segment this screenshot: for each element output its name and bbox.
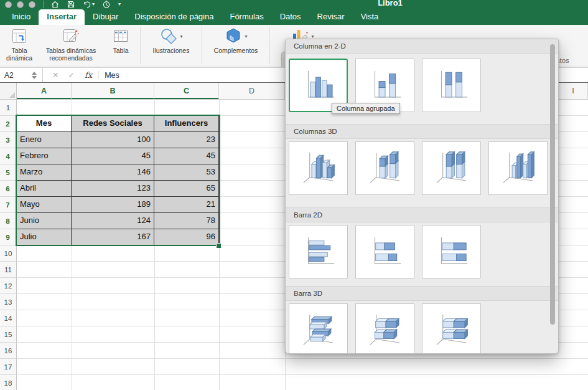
table-cell[interactable]: Enero	[17, 132, 72, 148]
table-cell[interactable]: 65	[154, 181, 219, 197]
ribbon-button-ilustraciones[interactable]: ▾Ilustraciones	[145, 26, 197, 54]
undo-icon[interactable]: ▾	[83, 1, 95, 8]
table-header-row: MesRedes SocialesInfluencers	[17, 116, 219, 132]
addins-icon: ▾	[224, 26, 247, 46]
row-header-11[interactable]: 11	[0, 262, 17, 278]
column-header-c[interactable]: C	[154, 83, 219, 100]
ribbon-button-tabla-dinamica[interactable]: Tabla dinámica	[2, 26, 36, 62]
chart-type-column-3d[interactable]	[488, 141, 548, 195]
tab-inicio[interactable]: Inicio	[4, 9, 39, 25]
insert-function-icon[interactable]: fx	[85, 70, 92, 80]
row-header-14[interactable]: 14	[0, 310, 17, 326]
table-cell[interactable]: Febrero	[17, 148, 72, 164]
chart-type-clustered-column-3d[interactable]	[289, 141, 348, 195]
tab-formulas[interactable]: Fórmulas	[222, 9, 271, 25]
table-cell[interactable]: 23	[154, 132, 219, 148]
ribbon-button-tablas-dinamicas-recomendadas[interactable]: Tablas dinámicas recomendadas	[39, 26, 103, 62]
zoom-button[interactable]	[29, 1, 35, 8]
ribbon-button-label: Tabla	[113, 47, 128, 54]
table-cell[interactable]: 21	[154, 197, 219, 213]
menu-tile-row	[289, 303, 481, 354]
save-icon[interactable]	[67, 1, 75, 8]
name-box[interactable]: A2	[0, 71, 39, 80]
table-cell[interactable]: Junio	[17, 213, 72, 229]
table-header-cell[interactable]: Influencers	[154, 116, 219, 132]
chart-type-stacked-100-bar[interactable]	[422, 225, 481, 278]
table-cell[interactable]: 100	[72, 132, 154, 148]
menu-section-columna-en-2-d: Columna en 2-D	[286, 39, 558, 54]
name-box-stepper[interactable]	[32, 72, 39, 79]
row-header-3[interactable]: 3	[0, 132, 17, 148]
tab-disposicion-de-pagina[interactable]: Disposición de página	[126, 9, 222, 25]
ribbon-button-tabla[interactable]: Tabla	[106, 26, 136, 54]
menu-scrollbar[interactable]	[550, 44, 555, 325]
column-header-a[interactable]: A	[17, 83, 72, 100]
column-header-i[interactable]: I	[559, 83, 588, 100]
row-header-17[interactable]: 17	[0, 359, 17, 375]
tab-insertar[interactable]: Insertar	[39, 9, 85, 25]
row-header-16[interactable]: 16	[0, 343, 17, 359]
chart-type-tooltip: Columna agrupada	[332, 103, 400, 114]
table-cell[interactable]: Mayo	[17, 197, 72, 213]
recommended-pivot-icon	[62, 26, 80, 46]
close-button[interactable]	[5, 1, 12, 8]
table-row: Abril12365	[17, 181, 219, 197]
table-cell[interactable]: 167	[72, 229, 154, 245]
chart-type-clustered-bar-3d[interactable]	[289, 303, 348, 354]
chart-type-stacked-bar-3d[interactable]	[355, 303, 414, 354]
tab-vista[interactable]: Vista	[353, 9, 387, 25]
table-header-cell[interactable]: Redes Sociales	[72, 116, 154, 132]
table-cell[interactable]: 123	[72, 181, 154, 197]
row-header-13[interactable]: 13	[0, 294, 17, 310]
chart-type-stacked-bar[interactable]	[355, 225, 414, 278]
row-header-10[interactable]: 10	[0, 245, 17, 262]
row-header-5[interactable]: 5	[0, 164, 17, 181]
column-header-b[interactable]: B	[72, 83, 154, 100]
ribbon-button-complementos[interactable]: ▾Complementos	[207, 26, 265, 54]
formula-input[interactable]: Mes	[105, 71, 119, 80]
chart-type-stacked-100-bar-3d[interactable]	[422, 303, 481, 354]
select-all-corner[interactable]	[0, 83, 17, 100]
chart-type-stacked-100-column-3d[interactable]	[422, 141, 481, 195]
table-cell[interactable]: 53	[154, 164, 219, 181]
fill-handle[interactable]	[216, 243, 222, 249]
table-cell[interactable]: 45	[154, 148, 219, 164]
row-header-18[interactable]: 18	[0, 375, 17, 390]
tab-datos[interactable]: Datos	[272, 9, 309, 25]
table-cell[interactable]: 189	[72, 197, 154, 213]
table-header-cell[interactable]: Mes	[17, 116, 72, 132]
table-cell[interactable]: 146	[72, 164, 154, 181]
column-header-d[interactable]: D	[219, 83, 285, 100]
home-icon[interactable]	[51, 1, 59, 8]
stacked-column-3d-icon	[365, 146, 406, 190]
chart-type-stacked-column-3d[interactable]	[355, 141, 414, 195]
cancel-icon[interactable]: ✕	[52, 70, 58, 80]
table-cell[interactable]: 124	[72, 213, 154, 229]
tab-revisar[interactable]: Revisar	[309, 9, 353, 25]
table-row: Enero10023	[17, 132, 219, 148]
tab-dibujar[interactable]: Dibujar	[85, 9, 126, 25]
row-header-1[interactable]: 1	[0, 100, 17, 116]
minimize-button[interactable]	[17, 1, 24, 8]
row-header-2[interactable]: 2	[0, 116, 17, 132]
row-header-12[interactable]: 12	[0, 278, 17, 294]
table-cell[interactable]: Abril	[17, 181, 72, 197]
ribbon-button-label: Tabla dinámica	[2, 47, 36, 62]
redo-clock-icon[interactable]	[103, 1, 110, 8]
row-header-6[interactable]: 6	[0, 181, 17, 197]
row-header-4[interactable]: 4	[0, 148, 17, 164]
qat-customize-chevron-icon[interactable]: ▾	[118, 2, 121, 7]
table-cell[interactable]: Marzo	[17, 164, 72, 181]
chart-type-stacked-100-column[interactable]	[422, 59, 481, 112]
row-header-9[interactable]: 9	[0, 229, 17, 245]
row-header-8[interactable]: 8	[0, 213, 17, 229]
table-cell[interactable]: Julio	[17, 229, 72, 245]
enter-icon[interactable]: ✓	[68, 70, 74, 80]
table-cell[interactable]: 45	[72, 148, 154, 164]
chart-type-clustered-bar[interactable]	[289, 225, 348, 278]
table-cell[interactable]: 78	[154, 213, 219, 229]
row-header-15[interactable]: 15	[0, 326, 17, 343]
excel-window: ▾ ▾ Libro1 InicioInsertarDibujarDisposic…	[0, 0, 588, 390]
row-header-7[interactable]: 7	[0, 197, 17, 213]
table-cell[interactable]: 96	[154, 229, 219, 245]
